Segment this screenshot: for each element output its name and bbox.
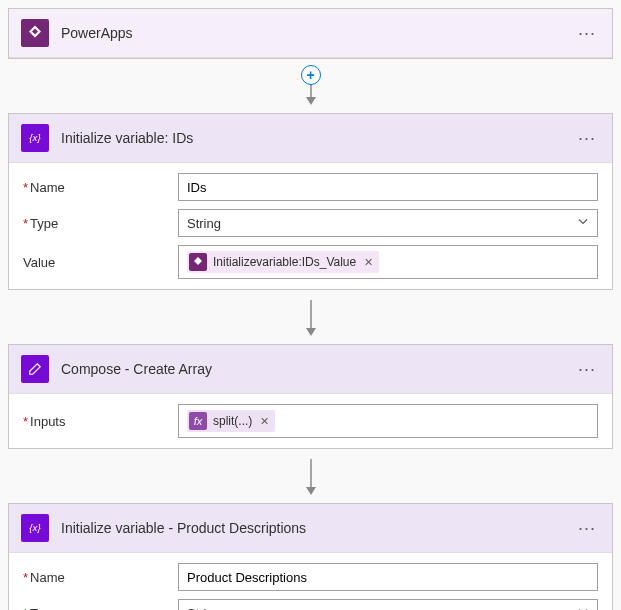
step-body: *Name *Type String Value Initializevaria… [9,163,612,289]
step-menu-button[interactable]: ··· [574,128,600,149]
name-input[interactable] [178,173,598,201]
step-body: *Name *Type String Value [9,553,612,610]
token-remove-button[interactable]: ✕ [364,256,373,269]
field-label: Value [23,255,178,270]
field-row-name: *Name [23,173,598,201]
inputs-input[interactable]: fx split(...) ✕ [178,404,598,438]
field-label: *Type [23,216,178,231]
field-row-type: *Type String [23,209,598,237]
step-title: Initialize variable: IDs [61,130,574,146]
step-initialize-product-descriptions: {x} Initialize variable - Product Descri… [8,503,613,610]
step-header-initialize-ids[interactable]: {x} Initialize variable: IDs ··· [9,114,612,163]
svg-marker-6 [306,487,316,495]
step-header-compose[interactable]: Compose - Create Array ··· [9,345,612,394]
field-label: *Type [23,606,178,611]
token-remove-button[interactable]: ✕ [260,415,269,428]
field-label: *Name [23,570,178,585]
step-header-powerapps[interactable]: PowerApps ··· [9,9,612,58]
field-row-name: *Name [23,563,598,591]
step-title: Initialize variable - Product Descriptio… [61,520,574,536]
connector [8,296,613,344]
step-powerapps: PowerApps ··· [8,8,613,59]
step-compose-create-array: Compose - Create Array ··· *Inputs fx sp… [8,344,613,449]
step-header-initialize-desc[interactable]: {x} Initialize variable - Product Descri… [9,504,612,553]
field-row-value: Value Initializevariable:IDs_Value ✕ [23,245,598,279]
type-select[interactable]: String [178,599,598,610]
field-row-inputs: *Inputs fx split(...) ✕ [23,404,598,438]
step-body: *Inputs fx split(...) ✕ [9,394,612,448]
step-title: Compose - Create Array [61,361,574,377]
step-menu-button[interactable]: ··· [574,359,600,380]
add-step-button[interactable]: + [301,65,321,85]
step-menu-button[interactable]: ··· [574,518,600,539]
chevron-down-icon [577,606,589,611]
step-menu-button[interactable]: ··· [574,23,600,44]
svg-marker-1 [306,97,316,105]
field-label: *Name [23,180,178,195]
dynamic-content-token[interactable]: Initializevariable:IDs_Value ✕ [187,251,379,273]
svg-text:{x}: {x} [29,132,41,143]
name-input[interactable] [178,563,598,591]
connector: + [8,65,613,113]
field-label: *Inputs [23,414,178,429]
powerapps-icon [21,19,49,47]
variable-icon: {x} [21,514,49,542]
type-select[interactable]: String [178,209,598,237]
step-initialize-ids: {x} Initialize variable: IDs ··· *Name *… [8,113,613,290]
variable-icon: {x} [21,124,49,152]
step-title: PowerApps [61,25,574,41]
compose-icon [21,355,49,383]
powerapps-icon [189,253,207,271]
connector [8,455,613,503]
field-row-type: *Type String [23,599,598,610]
chevron-down-icon [577,216,589,231]
value-input[interactable]: Initializevariable:IDs_Value ✕ [178,245,598,279]
expression-token[interactable]: fx split(...) ✕ [187,410,275,432]
svg-marker-4 [306,328,316,336]
fx-icon: fx [189,412,207,430]
svg-text:{x}: {x} [29,522,41,533]
